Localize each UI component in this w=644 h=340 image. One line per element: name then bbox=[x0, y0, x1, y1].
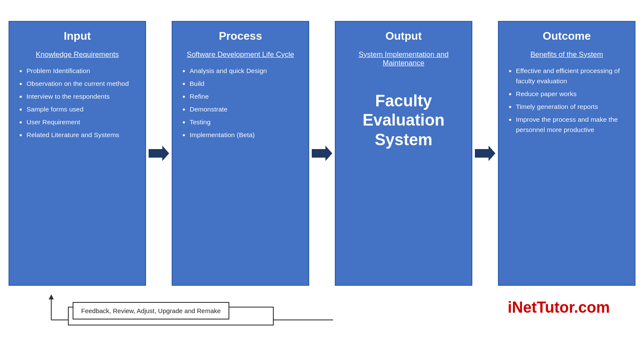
list-item: Implementation (Beta) bbox=[190, 130, 301, 140]
list-item: Demonstrate bbox=[190, 104, 301, 114]
output-box: Output System Implementation and Mainten… bbox=[335, 21, 472, 286]
arrow-3 bbox=[475, 143, 495, 164]
list-item: Timely generation of reports bbox=[516, 102, 627, 112]
input-box: Input Knowledge Requirements Problem Ide… bbox=[9, 21, 146, 286]
input-title: Input bbox=[17, 29, 138, 43]
diagram-wrapper: Input Knowledge Requirements Problem Ide… bbox=[9, 21, 635, 319]
list-item: Refine bbox=[190, 91, 301, 102]
svg-marker-4 bbox=[49, 294, 54, 299]
output-subtitle: System Implementation and Maintenance bbox=[343, 50, 464, 67]
list-item: Related Literature and Systems bbox=[26, 130, 138, 140]
svg-marker-1 bbox=[312, 146, 332, 161]
list-item: Effective and efficient processing of fa… bbox=[516, 66, 627, 86]
brand-text: iNetTutor.com bbox=[508, 299, 610, 317]
list-item: Observation on the current method bbox=[26, 79, 138, 89]
list-item: Problem Identification bbox=[26, 66, 138, 76]
arrow-1 bbox=[149, 143, 169, 164]
outcome-list: Effective and efficient processing of fa… bbox=[506, 66, 627, 138]
process-list: Analysis and quick Design Build Refine D… bbox=[180, 66, 301, 143]
process-box: Process Software Development Life Cycle … bbox=[172, 21, 309, 286]
arrow-2 bbox=[312, 143, 332, 164]
bottom-section: Feedback, Review, Adjust, Upgrade and Re… bbox=[9, 290, 635, 319]
outcome-subtitle: Benefits of the System bbox=[506, 50, 627, 59]
input-list: Problem Identification Observation on th… bbox=[17, 66, 138, 143]
list-item: User Requirement bbox=[26, 117, 138, 127]
list-item: Interview to the respondents bbox=[26, 91, 138, 102]
faculty-eval-text: Faculty Evaluation System bbox=[343, 91, 464, 150]
input-subtitle: Knowledge Requirements bbox=[17, 50, 138, 59]
outcome-box: Outcome Benefits of the System Effective… bbox=[498, 21, 635, 286]
feedback-area: Feedback, Review, Adjust, Upgrade and Re… bbox=[9, 290, 333, 319]
feedback-box: Feedback, Review, Adjust, Upgrade and Re… bbox=[73, 302, 229, 319]
svg-marker-0 bbox=[149, 146, 169, 161]
list-item: Analysis and quick Design bbox=[190, 66, 301, 76]
branding-area: iNetTutor.com bbox=[333, 290, 635, 317]
svg-marker-2 bbox=[475, 146, 495, 161]
list-item: Improve the process and make the personn… bbox=[516, 114, 627, 135]
outcome-title: Outcome bbox=[506, 29, 627, 43]
list-item: Testing bbox=[190, 117, 301, 127]
list-item: Build bbox=[190, 79, 301, 89]
process-title: Process bbox=[180, 29, 301, 43]
boxes-row: Input Knowledge Requirements Problem Ide… bbox=[9, 21, 635, 286]
list-item: Reduce paper works bbox=[516, 89, 627, 99]
output-title: Output bbox=[343, 29, 464, 43]
list-item: Sample forms used bbox=[26, 104, 138, 114]
process-subtitle: Software Development Life Cycle bbox=[180, 50, 301, 59]
